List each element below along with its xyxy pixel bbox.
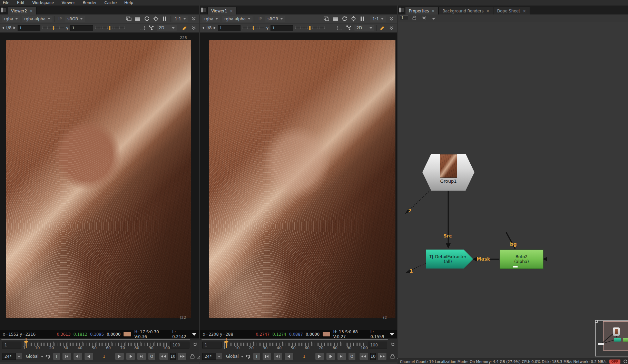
gamma-slider[interactable] (95, 26, 125, 30)
loop-mode-icon[interactable] (45, 353, 51, 360)
viewer1-image[interactable] (209, 40, 395, 318)
zoom-select[interactable]: 1:1 (173, 16, 188, 22)
menu-item[interactable]: Render (82, 0, 97, 5)
step-forward-button[interactable] (377, 353, 387, 360)
pause-icon[interactable] (161, 16, 168, 22)
collapse-chevrons-icon[interactable] (388, 16, 395, 22)
menu-item[interactable]: Help (124, 0, 133, 5)
lut-select[interactable]: sRGB (265, 16, 285, 22)
range-mode-select[interactable]: Global (24, 353, 43, 360)
prev-keyframe-button[interactable] (73, 353, 82, 360)
tab-background-renders[interactable]: Background Renders × (439, 7, 493, 14)
close-icon[interactable]: × (229, 9, 233, 13)
pause-icon[interactable] (359, 16, 366, 22)
menu-item[interactable]: Viewer (61, 0, 75, 5)
step-size-input[interactable]: 10 (170, 353, 176, 360)
goto-start-button[interactable] (62, 353, 71, 360)
range-end-input[interactable]: 100 (368, 342, 387, 348)
frame-ruler[interactable]: 1102030405060708090100 1 (224, 341, 365, 350)
view-mode-select[interactable]: 2D (157, 25, 177, 31)
tab-dope-sheet[interactable]: Dope Sheet × (493, 7, 530, 14)
timeline-scrollbar[interactable] (1, 339, 190, 340)
gain-target-icon[interactable] (350, 16, 357, 22)
cursor-arrow-icon[interactable] (430, 15, 437, 21)
refresh-icon[interactable] (341, 16, 348, 22)
exposure-prev-icon[interactable] (202, 27, 204, 29)
exposure-next-icon[interactable] (214, 27, 216, 29)
menu-item[interactable]: Workspace (32, 0, 54, 5)
stack-mode-icon[interactable] (134, 16, 141, 22)
exposure-slider[interactable] (243, 26, 264, 30)
menu-item[interactable]: Cache (104, 0, 117, 5)
gain-target-icon[interactable] (152, 16, 159, 22)
prev-keyframe-button[interactable] (273, 353, 283, 360)
alpha-layer-select[interactable]: rgba.alpha (22, 16, 52, 22)
lut-select[interactable]: sRGB (65, 16, 85, 22)
input-process-toggle[interactable]: IP (57, 17, 63, 21)
viewer2-image[interactable] (6, 40, 191, 318)
pane-split-icon[interactable] (399, 7, 404, 13)
exposure-input[interactable]: 1 (218, 25, 241, 31)
range-end-input[interactable]: 100 (170, 342, 189, 348)
gamma-input[interactable]: 1 (271, 25, 293, 31)
step-forward-button[interactable] (177, 353, 187, 360)
set-in-button[interactable]: I (253, 353, 261, 360)
roi-icon[interactable] (336, 25, 343, 31)
roi-icon[interactable] (139, 25, 146, 31)
current-frame[interactable]: 1 (295, 354, 313, 359)
node-graph-minimap[interactable] (595, 320, 628, 356)
alpha-layer-select[interactable]: rgba.alpha (222, 16, 253, 22)
goto-end-button[interactable] (337, 353, 346, 360)
frame-ruler[interactable]: 1102030405060708090100 1 (24, 341, 167, 350)
menu-item[interactable]: File (3, 0, 9, 5)
set-in-button[interactable]: I (53, 353, 60, 360)
exposure-slider[interactable] (42, 26, 64, 30)
play-forward-button[interactable] (315, 353, 324, 360)
fps-select[interactable]: 24* (2, 353, 22, 360)
layer-select[interactable]: rgba (202, 16, 220, 22)
node-roto2[interactable]: Roto2 (alpha) (500, 250, 543, 269)
set-out-button[interactable]: O (348, 353, 356, 360)
viewer2-canvas[interactable]: 225 (22 (0, 33, 199, 330)
lock-range-icon[interactable] (390, 353, 395, 360)
play-backward-button[interactable] (84, 353, 94, 360)
node-detail-extracter[interactable]: TJ_DetailExtracter (all) (426, 250, 473, 269)
proxy-toggle-icon[interactable] (345, 25, 352, 31)
goto-start-button[interactable] (262, 353, 272, 360)
refresh-status-icon[interactable] (623, 358, 627, 364)
close-icon[interactable]: × (29, 9, 33, 13)
readout-dropdown-icon[interactable] (192, 333, 196, 336)
node-group1[interactable]: Group1 (422, 154, 474, 191)
exposure-next-icon[interactable] (13, 27, 16, 29)
current-frame[interactable]: 1 (95, 354, 113, 359)
monitor-out-icon[interactable] (323, 16, 330, 22)
gamma-input[interactable]: 1 (70, 25, 93, 31)
stack-mode-icon[interactable] (332, 16, 339, 22)
tab-properties[interactable]: Properties × (405, 7, 439, 14)
input-process-toggle[interactable]: IP (257, 17, 263, 21)
close-icon[interactable]: × (486, 9, 489, 13)
annotate-pencil-icon[interactable] (181, 25, 188, 31)
readout-dropdown-icon[interactable] (390, 333, 394, 336)
next-keyframe-button[interactable] (326, 353, 335, 360)
tab-viewer1[interactable]: Viewer1 × (207, 7, 237, 14)
view-mode-select[interactable]: 2D (354, 25, 374, 31)
range-start-input[interactable]: 1 (202, 342, 222, 348)
monitor-out-icon[interactable] (125, 16, 132, 22)
unlock-icon[interactable] (411, 15, 418, 21)
timeline-scrollbar[interactable] (202, 339, 388, 340)
annotate-pencil-icon[interactable] (379, 25, 386, 31)
layer-select[interactable]: rgba (2, 16, 20, 22)
max-panels-input[interactable]: 1 (400, 16, 408, 20)
node-graph[interactable]: Group1 TJ_DetailExtracter (all) Roto2 (a… (398, 21, 628, 358)
clear-panels-icon[interactable] (421, 15, 428, 21)
set-out-button[interactable]: O (148, 353, 156, 360)
collapse-chevrons-icon[interactable] (190, 25, 197, 31)
tab-viewer2[interactable]: Viewer2 × (7, 7, 37, 14)
collapse-chevrons-icon[interactable] (190, 16, 197, 22)
collapse-chevrons-icon[interactable] (391, 343, 395, 346)
step-back-button[interactable] (159, 353, 168, 360)
range-start-input[interactable]: 1 (2, 342, 21, 348)
play-forward-button[interactable] (115, 353, 124, 360)
proxy-toggle-icon[interactable] (148, 25, 155, 31)
